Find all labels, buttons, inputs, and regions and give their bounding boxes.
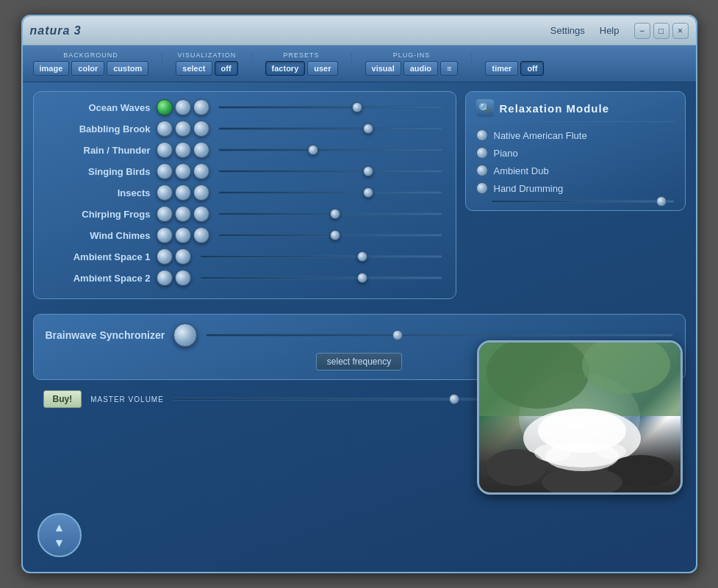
relaxation-volume-slider[interactable] xyxy=(491,200,675,203)
chirping-frogs-knob-3[interactable] xyxy=(193,206,209,222)
radio-hand-drumming[interactable] xyxy=(476,182,488,194)
babbling-brook-slider-thumb[interactable] xyxy=(363,123,373,134)
sound-name-rain-thunder: Rain / Thunder xyxy=(44,145,151,156)
ocean-waves-slider-thumb[interactable] xyxy=(352,102,362,112)
insects-knob-3[interactable] xyxy=(193,184,209,201)
background-label: BACKGROUND xyxy=(63,51,118,59)
chirping-frogs-knob-2[interactable] xyxy=(175,206,191,222)
plugins-audio-button[interactable]: audio xyxy=(403,61,438,76)
ocean-waves-slider[interactable] xyxy=(218,106,442,109)
settings-menu[interactable]: Settings xyxy=(550,25,585,36)
insects-slider[interactable] xyxy=(218,191,442,194)
sound-name-babbling-brook: Babbling Brook xyxy=(44,123,151,135)
singing-birds-slider[interactable] xyxy=(218,170,442,173)
timer-button[interactable]: timer xyxy=(485,61,518,76)
relaxation-piano-label: Piano xyxy=(494,148,518,159)
wind-chimes-knob-3[interactable] xyxy=(193,227,209,243)
brainwave-knob[interactable] xyxy=(173,323,197,347)
wind-chimes-knob-2[interactable] xyxy=(175,227,191,243)
rain-thunder-slider[interactable] xyxy=(218,148,442,151)
babbling-brook-slider[interactable] xyxy=(218,127,442,130)
background-image-button[interactable]: image xyxy=(33,61,70,76)
radio-piano[interactable] xyxy=(476,147,488,159)
relaxation-ambient-dub-label: Ambient Dub xyxy=(494,165,549,176)
chirping-frogs-slider[interactable] xyxy=(218,212,442,215)
wind-chimes-knobs xyxy=(157,227,209,243)
insects-slider-thumb[interactable] xyxy=(363,187,373,198)
ambient-space-1-slider[interactable] xyxy=(200,255,442,258)
background-custom-button[interactable]: custom xyxy=(107,61,148,76)
radio-ambient-dub[interactable] xyxy=(476,165,488,176)
rain-thunder-slider-thumb[interactable] xyxy=(308,145,318,155)
sound-row-wind-chimes: Wind Chimes xyxy=(44,227,445,243)
presets-user-button[interactable]: user xyxy=(307,61,337,76)
ocean-waves-knob-3[interactable] xyxy=(193,99,209,115)
ocean-waves-knob-2[interactable] xyxy=(175,99,191,115)
babbling-brook-knob-1[interactable] xyxy=(157,121,173,137)
timer-off-button[interactable]: off xyxy=(520,61,544,76)
brainwave-slider-thumb[interactable] xyxy=(392,330,403,340)
nav-up-button[interactable]: ▲ xyxy=(54,522,65,534)
ambient-space-2-slider-thumb[interactable] xyxy=(357,273,367,283)
insects-knob-1[interactable] xyxy=(157,184,173,201)
maximize-button[interactable]: □ xyxy=(653,23,669,39)
minimize-button[interactable]: − xyxy=(634,23,650,39)
window-controls: − □ × xyxy=(634,23,689,39)
wind-chimes-knob-1[interactable] xyxy=(157,227,173,243)
main-content: Ocean Waves Babbling Brook xyxy=(23,82,696,308)
app-window: natura 3 Settings Help − □ × BACKGROUND … xyxy=(21,15,697,573)
chirping-frogs-knob-1[interactable] xyxy=(157,206,173,222)
brainwave-slider[interactable] xyxy=(206,334,672,337)
relaxation-icon: 🔍 xyxy=(476,99,494,117)
insects-knobs xyxy=(157,184,209,201)
visualization-select-button[interactable]: select xyxy=(176,61,212,76)
buy-button[interactable]: Buy! xyxy=(43,390,82,408)
babbling-brook-knob-3[interactable] xyxy=(193,121,209,137)
plugins-label: PLUG-INS xyxy=(393,51,431,59)
toolbar-presets-group: PRESETS factory user xyxy=(265,51,338,76)
close-button[interactable]: × xyxy=(672,23,689,39)
singing-birds-knob-1[interactable] xyxy=(157,163,173,179)
ambient-space-2-knob-1[interactable] xyxy=(157,270,173,286)
ambient-space-2-knobs xyxy=(157,270,191,286)
singing-birds-slider-thumb[interactable] xyxy=(363,166,373,176)
insects-knob-2[interactable] xyxy=(175,184,191,201)
ocean-waves-knobs xyxy=(157,99,209,115)
rain-thunder-knob-2[interactable] xyxy=(175,142,191,158)
toolbar-visualization-group: VISUALIZATION select off xyxy=(176,51,237,76)
toolbar: BACKGROUND image color custom VISUALIZAT… xyxy=(23,46,696,82)
toolbar-plugins-group: PLUG-INS visual audio ≡ xyxy=(365,51,459,76)
relaxation-volume-thumb[interactable] xyxy=(656,196,667,207)
babbling-brook-knob-2[interactable] xyxy=(175,121,191,137)
ocean-waves-knob-1[interactable] xyxy=(157,99,173,115)
ambient-space-2-slider[interactable] xyxy=(200,276,442,279)
ambient-space-1-knob-2[interactable] xyxy=(175,248,191,265)
wind-chimes-slider[interactable] xyxy=(218,234,442,237)
ambient-space-2-knob-2[interactable] xyxy=(175,270,191,286)
nav-down-button[interactable]: ▼ xyxy=(54,537,65,549)
plugins-visual-button[interactable]: visual xyxy=(365,61,401,76)
master-volume-thumb[interactable] xyxy=(449,394,459,404)
visualization-off-button[interactable]: off xyxy=(215,61,238,76)
wind-chimes-slider-thumb[interactable] xyxy=(330,230,340,240)
sound-row-insects: Insects xyxy=(44,184,445,201)
rain-thunder-knob-3[interactable] xyxy=(193,142,209,158)
ambient-space-1-slider-thumb[interactable] xyxy=(357,251,367,262)
chirping-frogs-slider-thumb[interactable] xyxy=(330,209,340,219)
singing-birds-knob-3[interactable] xyxy=(193,163,209,179)
select-frequency-button[interactable]: select frequency xyxy=(316,353,402,370)
timer-spacer xyxy=(514,51,517,59)
background-color-button[interactable]: color xyxy=(71,61,104,76)
plugins-menu-button[interactable]: ≡ xyxy=(440,61,458,76)
rain-thunder-knob-1[interactable] xyxy=(157,142,173,158)
relaxation-module: 🔍 Relaxation Module Native American Flut… xyxy=(465,91,686,211)
singing-birds-knob-2[interactable] xyxy=(175,163,191,179)
radio-native-american-flute[interactable] xyxy=(476,129,488,141)
help-menu[interactable]: Help xyxy=(600,25,620,36)
toolbar-background-group: BACKGROUND image color custom xyxy=(33,51,149,76)
presets-factory-button[interactable]: factory xyxy=(265,61,306,76)
sound-row-ambient-space-1: Ambient Space 1 xyxy=(44,248,445,265)
ambient-space-1-knob-1[interactable] xyxy=(157,248,173,265)
app-title: natura 3 xyxy=(30,24,550,37)
sound-name-chirping-frogs: Chirping Frogs xyxy=(44,209,151,220)
